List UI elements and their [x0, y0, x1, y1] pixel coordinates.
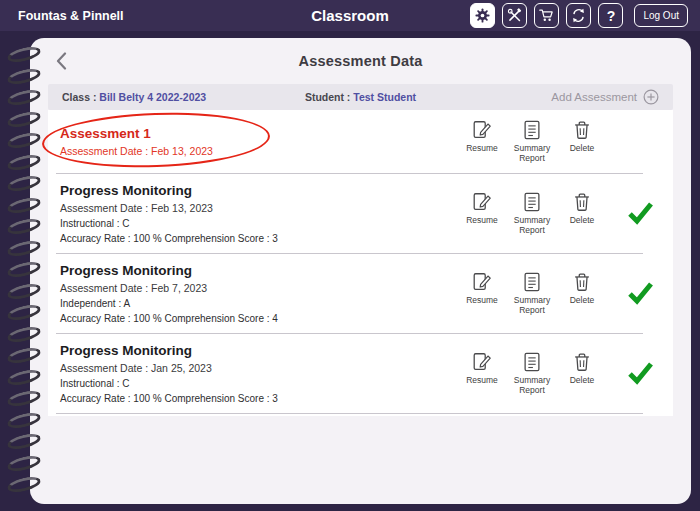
row-actions: Resume Summary Report: [457, 351, 607, 396]
delete-label: Delete: [570, 216, 595, 226]
assessment-info: Assessment 1 Assessment Date : Feb 13, 2…: [60, 126, 457, 157]
edit-document-icon: [471, 119, 493, 141]
back-button[interactable]: [56, 52, 67, 74]
gear-icon: [474, 7, 491, 24]
resume-label: Resume: [466, 376, 498, 386]
assessment-list: Assessment 1 Assessment Date : Feb 13, 2…: [48, 110, 673, 416]
assessment-title: Progress Monitoring: [60, 343, 457, 358]
row-actions: Resume Summary Report: [457, 119, 607, 164]
page-title: Assessment Data: [299, 53, 423, 69]
class-student-bar: Class : Bill Belty 4 2022-2023 Student :…: [48, 84, 673, 110]
student-info: Student : Test Student: [261, 91, 460, 103]
status-column: [607, 129, 673, 153]
help-button[interactable]: ?: [598, 3, 623, 28]
summary-report-button[interactable]: Summary Report: [507, 119, 557, 164]
cart-icon: [538, 7, 555, 24]
trash-icon: [571, 271, 593, 293]
status-column: [607, 281, 673, 305]
assessment-info: Progress Monitoring Assessment Date : Fe…: [60, 183, 457, 244]
chevron-left-icon: [56, 52, 67, 70]
row-actions: Resume Summary Report: [457, 191, 607, 236]
delete-label: Delete: [570, 144, 595, 154]
cart-button[interactable]: [534, 3, 559, 28]
resume-button[interactable]: Resume: [457, 191, 507, 226]
assessment-row: Progress Monitoring Assessment Date : Ja…: [48, 334, 673, 413]
add-assessment-label: Add Assessment: [551, 91, 637, 103]
edit-document-icon: [471, 351, 493, 373]
add-assessment-button[interactable]: Add Assessment: [551, 89, 659, 105]
assessment-date: Assessment Date : Feb 7, 2023: [60, 282, 457, 294]
top-actions: ? Log Out: [470, 3, 688, 28]
summary-report-label: Summary Report: [507, 376, 557, 396]
student-label: Student :: [305, 91, 351, 103]
question-mark-icon: ?: [607, 8, 616, 24]
summary-report-button[interactable]: Summary Report: [507, 191, 557, 236]
top-bar: Fountas & Pinnell Classroom: [0, 0, 700, 31]
status-column: [607, 361, 673, 385]
settings-gear-button[interactable]: [470, 3, 495, 28]
summary-report-button[interactable]: Summary Report: [507, 271, 557, 316]
assessment-level: Instructional : C: [60, 378, 457, 389]
delete-button[interactable]: Delete: [557, 191, 607, 226]
class-label: Class :: [62, 91, 96, 103]
assessment-title: Assessment 1: [60, 126, 457, 141]
class-value: Bill Belty 4 2022-2023: [99, 91, 206, 103]
assessment-scores: Accuracy Rate : 100 % Comprehension Scor…: [60, 233, 457, 244]
report-document-icon: [521, 351, 543, 373]
assessment-row: Progress Monitoring Assessment Date : Fe…: [48, 174, 673, 253]
delete-button[interactable]: Delete: [557, 271, 607, 306]
assessment-row: Assessment 1 Assessment Date : Feb 13, 2…: [48, 110, 673, 173]
class-info: Class : Bill Belty 4 2022-2023: [62, 91, 261, 103]
tools-button[interactable]: [502, 3, 527, 28]
spiral-binding: [7, 48, 47, 500]
summary-report-button[interactable]: Summary Report: [507, 351, 557, 396]
sync-icon: [570, 7, 587, 24]
assessment-page: Assessment Data Class : Bill Belty 4 202…: [30, 38, 691, 504]
status-column: [607, 201, 673, 225]
summary-report-label: Summary Report: [507, 144, 557, 164]
edit-document-icon: [471, 191, 493, 213]
delete-button[interactable]: Delete: [557, 119, 607, 154]
assessment-date: Assessment Date : Feb 13, 2023: [60, 202, 457, 214]
report-document-icon: [521, 191, 543, 213]
assessment-scores: Accuracy Rate : 100 % Comprehension Scor…: [60, 393, 457, 404]
check-icon: [627, 361, 654, 385]
assessment-info: Progress Monitoring Assessment Date : Ja…: [60, 343, 457, 404]
sync-button[interactable]: [566, 3, 591, 28]
app-title: Classroom: [311, 7, 389, 24]
student-value: Test Student: [353, 91, 416, 103]
report-document-icon: [521, 119, 543, 141]
tools-icon: [506, 7, 523, 24]
edit-document-icon: [471, 271, 493, 293]
assessment-level: Instructional : C: [60, 218, 457, 229]
summary-report-label: Summary Report: [507, 216, 557, 236]
assessment-date: Assessment Date : Jan 25, 2023: [60, 362, 457, 374]
check-icon: [627, 201, 654, 225]
trash-icon: [571, 351, 593, 373]
report-document-icon: [521, 271, 543, 293]
assessment-level: Independent : A: [60, 298, 457, 309]
assessment-info: Progress Monitoring Assessment Date : Fe…: [60, 263, 457, 324]
logout-button[interactable]: Log Out: [634, 4, 688, 27]
row-divider: [56, 413, 643, 414]
summary-report-label: Summary Report: [507, 296, 557, 316]
check-icon: [627, 281, 654, 305]
resume-label: Resume: [466, 144, 498, 154]
trash-icon: [571, 119, 593, 141]
assessment-row: Progress Monitoring Assessment Date : Fe…: [48, 254, 673, 333]
resume-button[interactable]: Resume: [457, 119, 507, 154]
plus-circle-icon: [643, 89, 659, 105]
assessment-title: Progress Monitoring: [60, 263, 457, 278]
page-header: Assessment Data: [30, 38, 691, 84]
resume-label: Resume: [466, 216, 498, 226]
delete-button[interactable]: Delete: [557, 351, 607, 386]
delete-label: Delete: [570, 376, 595, 386]
assessment-scores: Accuracy Rate : 100 % Comprehension Scor…: [60, 313, 457, 324]
app-window: Fountas & Pinnell Classroom: [0, 0, 700, 511]
delete-label: Delete: [570, 296, 595, 306]
resume-button[interactable]: Resume: [457, 271, 507, 306]
resume-button[interactable]: Resume: [457, 351, 507, 386]
row-actions: Resume Summary Report: [457, 271, 607, 316]
trash-icon: [571, 191, 593, 213]
resume-label: Resume: [466, 296, 498, 306]
